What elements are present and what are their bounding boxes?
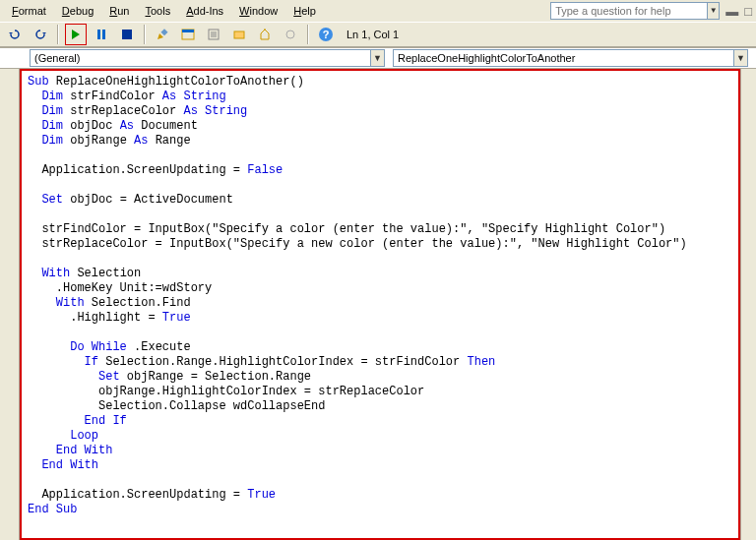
properties-icon[interactable] — [203, 24, 224, 45]
vertical-scrollbar[interactable] — [740, 69, 756, 540]
object-proc-row: (General) ▼ ReplaceOneHighlightColorToAn… — [0, 47, 756, 69]
help-search-input[interactable] — [550, 2, 708, 20]
menu-window[interactable]: Window — [231, 2, 285, 20]
menu-addins[interactable]: Add-Ins — [178, 2, 231, 20]
object-dropdown-value: (General) — [34, 52, 80, 64]
svg-point-8 — [286, 30, 294, 38]
project-explorer-icon[interactable] — [177, 24, 199, 45]
svg-rect-1 — [102, 30, 105, 39]
procedure-dropdown-value: ReplaceOneHighlightColorToAnother — [398, 52, 575, 64]
svg-rect-0 — [97, 30, 100, 39]
chevron-down-icon: ▼ — [733, 50, 747, 66]
stop-icon[interactable] — [116, 24, 138, 45]
code-editor[interactable]: Sub ReplaceOneHighlightColorToAnother() … — [20, 69, 740, 540]
margin-gutter — [0, 69, 20, 540]
object-browser-icon[interactable] — [228, 24, 250, 45]
run-icon[interactable] — [65, 24, 87, 45]
undo-icon[interactable] — [4, 24, 26, 45]
misc-tool-icon[interactable] — [280, 24, 301, 45]
editor-wrap: Sub ReplaceOneHighlightColorToAnother() … — [0, 69, 756, 540]
object-dropdown[interactable]: (General) ▼ — [30, 49, 385, 67]
menu-help[interactable]: Help — [285, 2, 324, 20]
maximize-window-icon[interactable]: □ — [744, 4, 752, 19]
help-icon[interactable]: ? — [315, 24, 337, 45]
redo-icon[interactable] — [30, 24, 51, 45]
toolbox-icon[interactable] — [254, 24, 276, 45]
svg-text:?: ? — [323, 29, 330, 40]
menu-run[interactable]: Run — [101, 2, 137, 20]
menu-bar: Format Debug Run Tools Add-Ins Window He… — [0, 0, 756, 22]
cursor-position: Ln 1, Col 1 — [346, 29, 399, 40]
help-search-dropdown[interactable]: ▼ — [708, 2, 720, 20]
svg-rect-3 — [160, 29, 167, 35]
pause-icon[interactable] — [91, 24, 112, 45]
procedure-dropdown[interactable]: ReplaceOneHighlightColorToAnother ▼ — [393, 49, 748, 67]
toolbar: ? Ln 1, Col 1 — [0, 22, 756, 47]
design-mode-icon[interactable] — [152, 24, 173, 45]
menu-tools[interactable]: Tools — [138, 2, 179, 20]
chevron-down-icon: ▼ — [370, 50, 384, 66]
restore-window-icon[interactable]: ▬ — [725, 4, 738, 19]
svg-rect-7 — [234, 31, 244, 38]
menu-format[interactable]: Format — [4, 2, 54, 20]
menu-debug[interactable]: Debug — [54, 2, 101, 20]
svg-rect-5 — [182, 30, 194, 32]
svg-rect-2 — [122, 30, 132, 39]
